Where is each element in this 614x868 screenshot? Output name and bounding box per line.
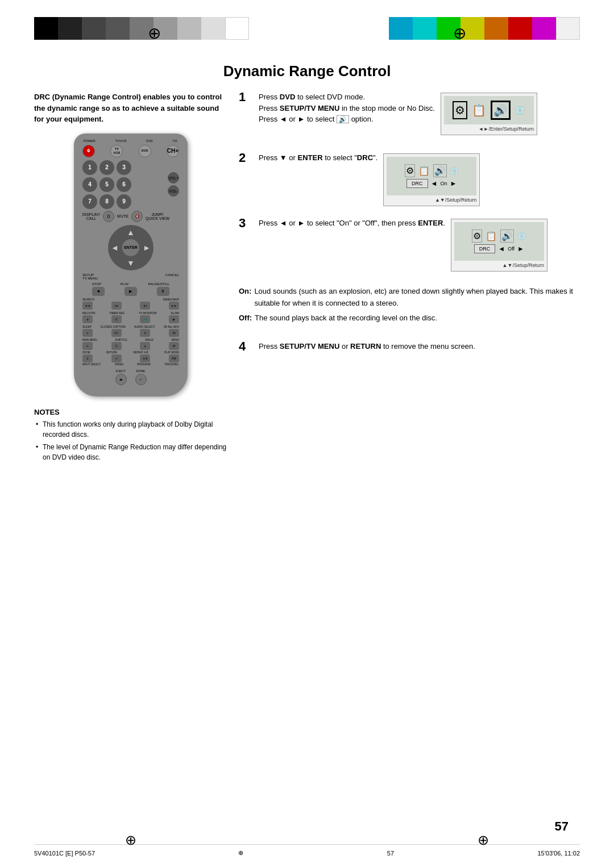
slow-button[interactable]: ▶ — [169, 315, 179, 323]
caption-label: CLOSED CAPTION — [100, 325, 125, 328]
fast-fwd-button[interactable]: ►► — [169, 302, 179, 310]
on-row: On: Loud sounds (such as an explosion, e… — [239, 286, 580, 310]
step-2-text-content: Press ▼ or ENTER to select "DRC". — [259, 152, 377, 164]
num-2-button[interactable]: 2 — [99, 160, 114, 175]
return-label: RETURN — [106, 351, 117, 354]
audio-label: AUDIO SELECT — [134, 325, 155, 328]
step-3-text: Press ◄ or ► to select "On" or "Off", th… — [259, 218, 445, 229]
setup-icon: ⚙ — [453, 101, 467, 119]
rec-row-buttons: ● ⏱ 📺 ▶ — [82, 315, 179, 323]
rec-otr-label: REC/OTR — [82, 311, 96, 315]
power-label: POWER — [84, 139, 96, 143]
color-bar — [177, 17, 201, 40]
num-3-button[interactable]: 3 — [117, 160, 131, 175]
color-bar — [201, 17, 225, 40]
index-skip-label: INDEX/SKIP — [163, 298, 179, 301]
done-button[interactable]: ✓ — [135, 374, 147, 385]
stop-button[interactable]: ■ — [92, 287, 105, 296]
main-menu-button[interactable]: ≡ — [82, 342, 93, 350]
dvd-button[interactable]: DVD — [139, 145, 151, 157]
num-5-button[interactable]: 5 — [99, 177, 114, 192]
zero-button[interactable]: 0 — [103, 211, 114, 222]
menu-button2[interactable]: M — [169, 342, 179, 350]
page-number: 57 — [555, 819, 569, 834]
step-back-button[interactable]: |◄ — [111, 302, 122, 310]
angle-button[interactable]: ∠ — [140, 342, 150, 350]
ch-plus-button[interactable]: CH+ — [167, 145, 179, 157]
num-8-button[interactable]: 8 — [99, 194, 114, 209]
off-label-3: Off — [508, 246, 515, 252]
screen-inner-1: ⚙ 📋 🔊 💿 — [444, 96, 534, 124]
nav-right-arrow[interactable]: ► — [143, 243, 151, 252]
nav-down-arrow[interactable]: ▼ — [127, 258, 135, 268]
audio-button[interactable]: A — [140, 329, 150, 337]
pause-button[interactable]: ⏸ — [157, 287, 169, 296]
enter-button[interactable]: ENTER — [122, 239, 139, 256]
disc-icon-2: 💿 — [450, 167, 459, 175]
tv-vcr-button[interactable]: TVVCR — [110, 145, 123, 157]
tv-monitor-button[interactable]: 📺 — [140, 315, 150, 323]
screen-mock-2: ⚙ 📋 🔊 💿 DRC ◄ On — [383, 153, 480, 206]
info-icon-3: 📋 — [486, 231, 497, 241]
info-icon: 📋 — [472, 103, 486, 117]
sleep-row-buttons: z CC A 30 — [82, 329, 179, 337]
num-7-button[interactable]: 7 — [82, 194, 97, 209]
transport-buttons: ■ ▶ ⏸ — [82, 287, 179, 296]
sleep-button[interactable]: z — [82, 329, 93, 337]
play-mode-label: PLAY MODE — [164, 351, 179, 354]
play-button[interactable]: ▶ — [125, 287, 137, 296]
step-1-row: 1 Press DVD to select DVD mode. Press SE… — [239, 91, 580, 135]
step-fwd-button[interactable]: ►| — [140, 302, 150, 310]
screen-2-label: ▲▼/Setup/Return — [387, 197, 476, 203]
remote-control: POWER TV/VCR DVD CH. ⏻ TVVCR DVD CH+ — [74, 133, 188, 397]
audio-icon-3: 🔊 — [500, 229, 514, 243]
timer-rec-button[interactable]: ⏱ — [111, 315, 122, 323]
return-button[interactable]: ↩ — [111, 354, 122, 362]
tv-vcr-label: TV/VCR — [115, 139, 126, 143]
play-mode-button[interactable]: PM — [169, 354, 179, 362]
screen-2-drc-row: DRC ◄ On ► — [392, 179, 471, 188]
rewind-button[interactable]: ◄◄ — [82, 302, 93, 310]
nav-up-arrow[interactable]: ▲ — [127, 228, 135, 237]
setup-tv-menu-bold-1: SETUP/TV MENU — [280, 104, 339, 112]
eject-label: EJECT — [115, 369, 127, 373]
off-label: Off: — [239, 312, 252, 324]
right-arrow-3: ► — [517, 245, 524, 253]
step-4-text: Press SETUP/TV MENU or RETURN to remove … — [259, 341, 580, 352]
screen-mock-1: ⚙ 📋 🔊 💿 ◄►/Enter/Setup/Return — [441, 93, 537, 135]
footer-center: 57 — [387, 850, 394, 857]
footer: 5V40101C [E] P50-57 ⊕ 57 15'03'06, 11:02 — [34, 844, 580, 857]
description-text: DRC (Dynamic Range Control) enables you … — [34, 91, 227, 125]
done-section: DONE ✓ — [135, 369, 147, 385]
step-2-text: Press ▼ or ENTER to select "DRC". — [259, 152, 377, 164]
remote-top-labels: POWER TV/VCR DVD CH. — [82, 139, 179, 143]
search-label: SEARCH — [82, 298, 94, 301]
rec-otr-button[interactable]: ● — [82, 315, 93, 323]
num-1-button[interactable]: 1 — [82, 160, 97, 175]
num-9-button[interactable]: 9 — [117, 194, 131, 209]
drc-label-3: DRC — [474, 244, 496, 253]
eject-button[interactable]: ⏏ — [115, 374, 127, 385]
remote-container: POWER TV/VCR DVD CH. ⏻ TVVCR DVD CH+ — [34, 133, 227, 397]
nav-left-arrow[interactable]: ◄ — [111, 243, 119, 252]
num-4-button[interactable]: 4 — [82, 177, 97, 192]
30sec-button[interactable]: 30 — [169, 329, 179, 337]
caption-button[interactable]: CC — [111, 329, 122, 337]
screen-2-content: ⚙ 📋 🔊 💿 DRC ◄ On — [389, 161, 474, 191]
vol-minus-button[interactable]: VOL- — [168, 185, 179, 197]
repeat-ab-button[interactable]: A-B — [140, 354, 150, 362]
num-6-button[interactable]: 6 — [117, 177, 131, 192]
step-1-text: Press DVD to select DVD mode. Press SETU… — [259, 91, 435, 125]
on-label-2: On — [441, 181, 447, 186]
zoom-button[interactable]: Z — [82, 354, 93, 362]
vol-plus-button[interactable]: VOL+ — [168, 172, 179, 183]
power-button[interactable]: ⏻ — [82, 145, 95, 157]
menu-label: MENU — [172, 339, 179, 341]
step-1-number: 1 — [239, 90, 250, 105]
subtitle-button[interactable]: S — [111, 342, 122, 350]
color-bar-red — [508, 17, 532, 40]
setup-cancel-row: SETUPTV MENU CANCEL — [82, 273, 179, 280]
step-3-number: 3 — [239, 216, 250, 231]
mute-button[interactable]: 🔇 — [131, 211, 143, 222]
steps-container: 1 Press DVD to select DVD mode. Press SE… — [239, 91, 580, 354]
